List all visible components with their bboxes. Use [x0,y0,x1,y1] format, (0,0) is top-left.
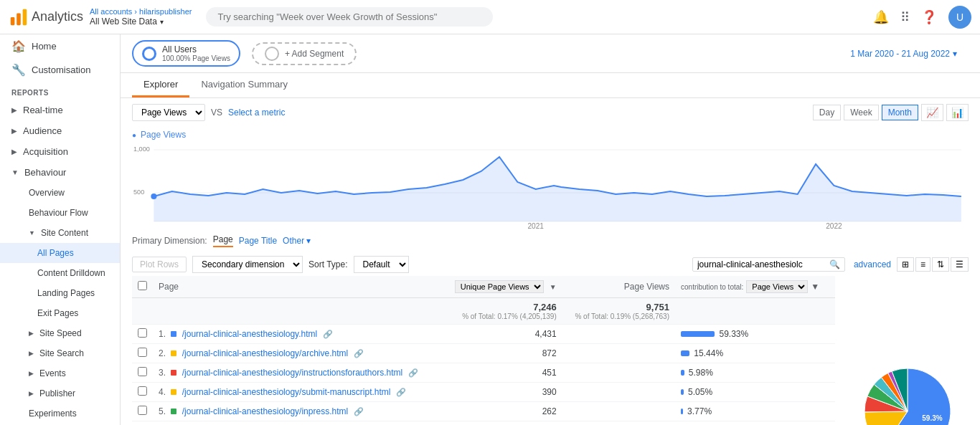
sidebar-item-experiments[interactable]: Experiments [0,403,120,424]
sidebar-item-realtime[interactable]: ▶ Real-time [0,100,120,120]
sidebar-item-label: Events [39,368,66,378]
filter-icon[interactable]: ▼ [811,282,819,292]
list-view-button[interactable]: ☰ [951,257,969,272]
topbar-actions: 🔔 ⠿ ❓ U [873,6,971,29]
row-pct: 2.94% [675,421,835,426]
table-row: 4. /journal-clinical-anesthesiology/subm… [132,383,835,402]
row-pct: 3.77% [675,402,835,421]
pivot-view-button[interactable]: ⇅ [932,257,949,272]
checkbox-header [132,276,153,298]
sidebar-item-site-search[interactable]: ▶ Site Search [0,343,120,363]
search-input[interactable] [206,7,493,27]
search-icon[interactable]: 🔍 [829,259,840,269]
sidebar-item-home[interactable]: 🏠 Home [0,34,120,58]
row-checkbox[interactable] [138,386,147,396]
chart-area: Page Views 1,000 500 2021 2 [121,127,980,229]
help-icon[interactable]: ❓ [921,9,937,25]
bar-visual [681,389,684,395]
apps-icon[interactable]: ⠿ [900,9,910,25]
page-link[interactable]: /journal-clinical-anesthesiology.html [182,329,318,339]
tab-explorer[interactable]: Explorer [132,73,189,97]
sidebar-item-overview[interactable]: Overview [0,183,120,203]
sidebar-item-publisher[interactable]: ▶ Publisher [0,383,120,403]
sidebar-item-content-drilldown[interactable]: Content Drilldown [0,263,120,283]
page-link[interactable]: /journal-clinical-anesthesiology/archive… [182,348,348,358]
add-segment-button[interactable]: + Add Segment [252,42,357,65]
sidebar-item-site-speed[interactable]: ▶ Site Speed [0,323,120,343]
row-checkbox[interactable] [138,367,147,376]
table-search-input[interactable] [697,259,826,269]
dim-page-link[interactable]: Page [213,234,233,247]
unique-pv-select[interactable]: Unique Page Views [455,280,544,293]
secondary-dimension-select[interactable]: Secondary dimension [192,256,303,273]
table-section: Primary Dimension: Page Page Title Other… [121,229,980,425]
plot-rows-button[interactable]: Plot Rows [132,257,187,272]
page-link[interactable]: /journal-clinical-anesthesiology/instruc… [182,368,402,378]
expand-icon: ▶ [29,350,34,357]
sidebar-item-label: All Pages [37,248,74,258]
sidebar-item-landing-pages[interactable]: Landing Pages [0,283,120,303]
page-header: Page [153,276,441,298]
row-pct: 15.44% [675,344,835,363]
advanced-link[interactable]: advanced [854,259,891,269]
month-button[interactable]: Month [882,105,918,120]
sidebar-item-events[interactable]: ▶ Events [0,363,120,383]
avatar[interactable]: U [948,6,971,29]
sidebar-item-exit-pages[interactable]: Exit Pages [0,303,120,323]
sidebar-item-acquisition[interactable]: ▶ Acquisition [0,141,120,162]
day-button[interactable]: Day [813,105,841,120]
comparison-view-button[interactable]: ≡ [915,257,930,272]
segment-circle-icon [142,47,156,61]
pct-text: 5.05% [688,387,712,397]
date-range-picker[interactable]: 1 Mar 2020 - 21 Aug 2022 ▾ [839,46,969,62]
property-name[interactable]: All Web Site Data ▾ [90,16,192,28]
table-row: 1. /journal-clinical-anesthesiology.html… [132,325,835,344]
row-unique: 202 [441,421,562,426]
pct-text: 59.33% [719,329,748,339]
unique-page-views-header[interactable]: Unique Page Views ▼ [441,276,562,298]
sidebar-item-label: Landing Pages [37,288,95,298]
link-icon: 🔗 [408,368,418,377]
sidebar-item-label: Real-time [23,105,63,115]
page-link[interactable]: /journal-clinical-anesthesiology/inpress… [182,406,348,416]
dim-other-link[interactable]: Other ▾ [283,236,311,246]
table-row: 2. /journal-clinical-anesthesiology/arch… [132,344,835,363]
notifications-icon[interactable]: 🔔 [873,9,889,25]
week-button[interactable]: Week [844,105,878,120]
expand-icon: ▶ [11,127,17,135]
sidebar-item-behaviour-flow[interactable]: Behaviour Flow [0,203,120,223]
select-metric-link[interactable]: Select a metric [228,108,285,118]
line-chart-button[interactable]: 📈 [921,104,943,121]
page-link[interactable]: /journal-clinical-anesthesiology/submit-… [182,387,391,397]
svg-text:1,000: 1,000 [133,145,150,153]
bar-visual [681,331,715,337]
bar-chart-button[interactable]: 📊 [946,104,969,121]
select-all-checkbox[interactable] [138,281,147,290]
sidebar-item-all-pages[interactable]: All Pages [0,243,120,263]
bar-visual [681,350,689,356]
row-checkbox[interactable] [138,348,147,357]
sort-type-select[interactable]: Default [354,256,409,273]
customisation-icon: 🔧 [11,63,26,77]
grid-view-button[interactable]: ⊞ [897,257,914,272]
sidebar-item-audience[interactable]: ▶ Audience [0,120,120,141]
contribution-metric-select[interactable]: Page Views [746,280,808,293]
tab-navigation-summary[interactable]: Navigation Summary [189,73,299,97]
sidebar-item-label: Experiments [29,409,77,419]
sidebar-item-label: Site Search [39,348,84,358]
row-checkbox[interactable] [138,406,147,415]
segment-chip[interactable]: All Users 100.00% Page Views [132,40,240,67]
row-checkbox[interactable] [138,328,147,338]
dim-page-title-link[interactable]: Page Title [239,236,277,246]
row-color-dot [171,331,176,337]
row-pv [562,363,675,383]
sidebar-item-customisation[interactable]: 🔧 Customisation [0,58,120,82]
row-unique: 390 [441,383,562,402]
sidebar-item-site-content[interactable]: ▼ Site Content [0,223,120,243]
reports-section-label: REPORTS [0,82,120,100]
breadcrumb-accounts[interactable]: All accounts › hilarispublisher [90,6,192,16]
metric-select[interactable]: Page Views [132,104,205,121]
table-row: 6. /journal-clinical-anesthesiology/curr… [132,421,835,426]
sidebar-item-behaviour[interactable]: ▼ Behaviour [0,162,120,183]
sort-desc-icon[interactable]: ▼ [550,283,557,291]
